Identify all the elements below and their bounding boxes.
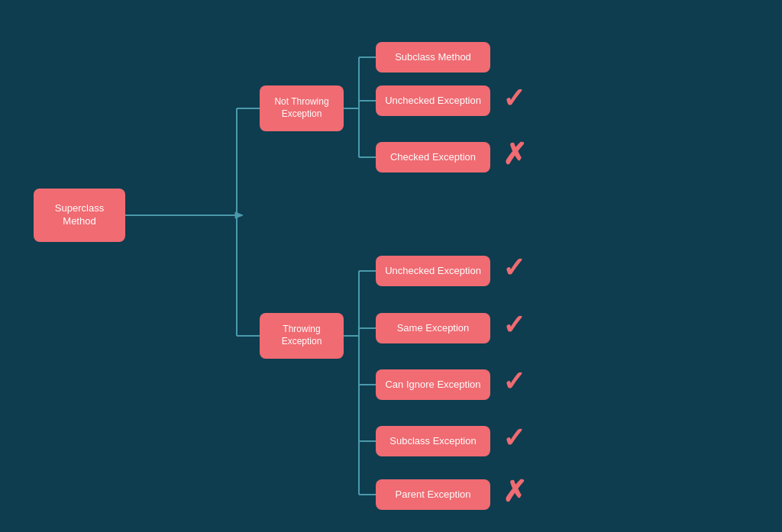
subclass-method-node: Subclass Method: [376, 42, 490, 73]
check-icon-can-ignore: ✓: [502, 366, 525, 398]
can-ignore-exception-node: Can Ignore Exception: [376, 369, 490, 400]
cross-icon-checked: ✗: [502, 137, 527, 171]
superclass-method-node: Superclass Method: [34, 189, 125, 242]
check-icon-unchecked-1: ✓: [502, 82, 525, 114]
check-icon-subclass: ✓: [502, 422, 525, 454]
check-icon-same: ✓: [502, 309, 525, 341]
svg-marker-1: [235, 212, 243, 218]
parent-exception-node: Parent Exception: [376, 479, 490, 510]
not-throwing-exception-node: Not Throwing Exception: [260, 85, 344, 131]
check-icon-unchecked-2: ✓: [502, 252, 525, 284]
throwing-exception-node: Throwing Exception: [260, 313, 344, 359]
unchecked-exception-1-node: Unchecked Exception: [376, 85, 490, 116]
cross-icon-parent: ✗: [502, 475, 527, 508]
subclass-exception-node: Subclass Exception: [376, 426, 490, 456]
checked-exception-node: Checked Exception: [376, 142, 490, 172]
unchecked-exception-2-node: Unchecked Exception: [376, 256, 490, 286]
same-exception-node: Same Exception: [376, 313, 490, 343]
diagram: Superclass Method Not Throwing Exception…: [0, 0, 782, 532]
